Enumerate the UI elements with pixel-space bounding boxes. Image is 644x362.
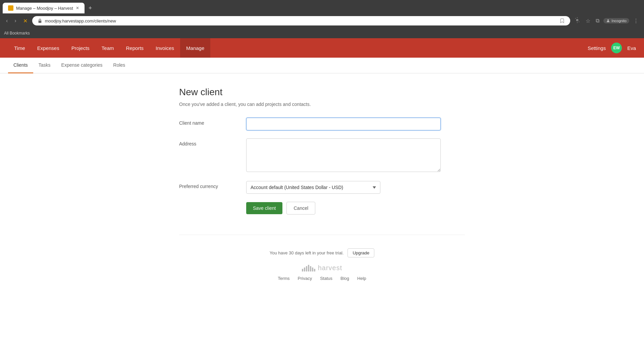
nav-expenses[interactable]: Expenses xyxy=(31,38,65,58)
tab-close-button[interactable]: ✕ xyxy=(76,6,79,10)
nav-icons: ☆ ⧉ Incognito ⋮ xyxy=(573,16,640,26)
save-client-button[interactable]: Save client xyxy=(246,202,282,214)
nav-manage[interactable]: Manage xyxy=(180,38,210,58)
url-text: moodjoy.harvestapp.com/clients/new xyxy=(45,18,557,23)
address-group: Address xyxy=(179,138,465,173)
svg-rect-0 xyxy=(38,20,41,23)
client-name-label: Client name xyxy=(179,118,246,126)
forward-button[interactable]: › xyxy=(12,16,18,25)
logo-bar-1 xyxy=(302,269,303,272)
footer-links: Terms Privacy Status Blog Help xyxy=(179,276,465,281)
extension-button[interactable] xyxy=(573,16,582,26)
incognito-badge: Incognito xyxy=(603,18,629,23)
sub-nav: Clients Tasks Expense categories Roles xyxy=(0,58,644,73)
reload-button[interactable]: ✕ xyxy=(21,16,30,25)
sub-nav-expense-categories[interactable]: Expense categories xyxy=(56,58,108,73)
split-view-button[interactable]: ⧉ xyxy=(594,16,601,25)
form-actions: Save client Cancel xyxy=(246,202,465,215)
footer: You have 30 days left in your free trial… xyxy=(179,235,465,288)
footer-privacy[interactable]: Privacy xyxy=(298,276,312,281)
top-nav: Time Expenses Projects Team Reports Invo… xyxy=(0,38,644,58)
client-name-input[interactable] xyxy=(246,118,441,130)
bookmarks-label: All Bookmarks xyxy=(4,31,30,36)
page-subtitle: Once you've added a client, you can add … xyxy=(179,102,465,107)
user-name[interactable]: Eva xyxy=(627,45,636,51)
currency-select[interactable]: Account default (United States Dollar - … xyxy=(246,181,380,194)
nav-time[interactable]: Time xyxy=(8,38,31,58)
nav-projects[interactable]: Projects xyxy=(65,38,96,58)
logo-bars xyxy=(302,265,315,272)
nav-invoices[interactable]: Invoices xyxy=(150,38,180,58)
svg-line-4 xyxy=(579,22,579,22)
upgrade-button[interactable]: Upgrade xyxy=(347,248,374,257)
address-input-wrapper xyxy=(246,138,441,173)
footer-blog[interactable]: Blog xyxy=(340,276,349,281)
svg-point-5 xyxy=(607,19,609,21)
logo-bar-4 xyxy=(308,265,309,272)
footer-status[interactable]: Status xyxy=(320,276,332,281)
address-bar[interactable]: moodjoy.harvestapp.com/clients/new xyxy=(32,16,571,25)
nav-reports[interactable]: Reports xyxy=(120,38,150,58)
tab-title: Manage – Moodjoy – Harvest xyxy=(16,6,73,11)
page-title: New client xyxy=(179,87,465,98)
lock-icon xyxy=(38,18,42,23)
menu-button[interactable]: ⋮ xyxy=(632,16,640,25)
bookmark-icon[interactable] xyxy=(559,18,565,23)
currency-label: Preferred currency xyxy=(179,181,246,189)
footer-logo: harvest xyxy=(179,264,465,272)
new-tab-button[interactable]: + xyxy=(86,3,95,13)
nav-links: Time Expenses Projects Team Reports Invo… xyxy=(8,38,588,58)
nav-team[interactable]: Team xyxy=(96,38,120,58)
footer-terms[interactable]: Terms xyxy=(278,276,289,281)
user-avatar: EW xyxy=(611,43,622,53)
logo-bar-7 xyxy=(314,269,315,272)
main-content: New client Once you've added a client, y… xyxy=(171,73,473,301)
trial-bar: You have 30 days left in your free trial… xyxy=(179,248,465,257)
trial-text: You have 30 days left in your free trial… xyxy=(270,250,344,255)
logo-bar-5 xyxy=(310,266,311,272)
logo-bar-2 xyxy=(304,267,305,272)
client-name-group: Client name xyxy=(179,118,465,130)
svg-line-3 xyxy=(576,18,576,18)
active-tab[interactable]: Manage – Moodjoy – Harvest ✕ xyxy=(3,3,85,13)
back-button[interactable]: ‹ xyxy=(4,16,10,25)
currency-group: Preferred currency Account default (Unit… xyxy=(179,181,465,194)
logo-bar-6 xyxy=(312,267,313,272)
currency-input-wrapper: Account default (United States Dollar - … xyxy=(246,181,441,194)
harvest-logo: harvest xyxy=(302,264,342,272)
address-input[interactable] xyxy=(246,138,441,172)
browser-nav: ‹ › ✕ moodjoy.harvestapp.com/clients/new… xyxy=(0,13,644,28)
bookmark-star-button[interactable]: ☆ xyxy=(584,16,592,25)
address-label: Address xyxy=(179,138,246,146)
logo-bar-3 xyxy=(306,266,307,272)
incognito-label: Incognito xyxy=(611,19,627,23)
harvest-wordmark: harvest xyxy=(318,264,342,272)
nav-right: Settings EW Eva xyxy=(588,43,636,53)
sub-nav-roles[interactable]: Roles xyxy=(108,58,131,73)
app-container: Time Expenses Projects Team Reports Invo… xyxy=(0,38,644,362)
client-name-input-wrapper xyxy=(246,118,441,130)
footer-help[interactable]: Help xyxy=(357,276,366,281)
tab-bar: Manage – Moodjoy – Harvest ✕ + xyxy=(0,0,644,13)
settings-link[interactable]: Settings xyxy=(588,45,606,51)
cancel-button[interactable]: Cancel xyxy=(286,202,315,215)
sub-nav-clients[interactable]: Clients xyxy=(8,58,33,73)
tab-favicon xyxy=(8,5,13,11)
bookmarks-bar: All Bookmarks xyxy=(0,28,644,38)
sub-nav-tasks[interactable]: Tasks xyxy=(33,58,56,73)
